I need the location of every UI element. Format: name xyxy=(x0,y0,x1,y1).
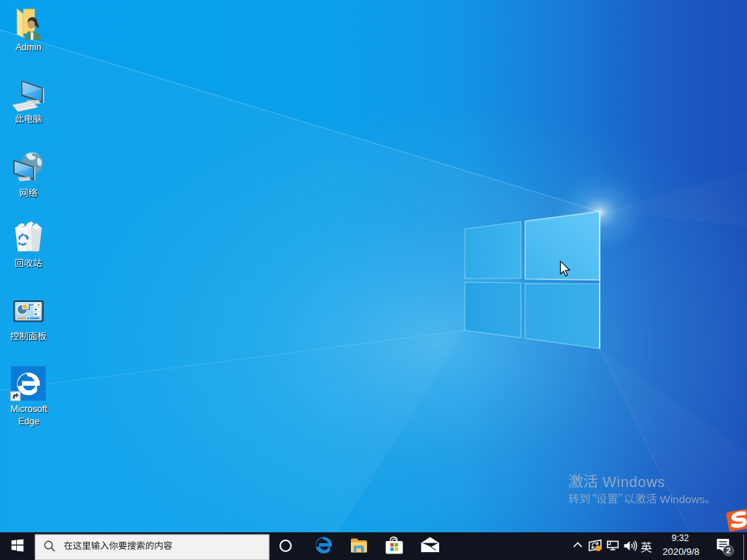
svg-text:Admin: Admin xyxy=(15,42,41,52)
svg-text:Windows: Windows xyxy=(660,493,705,505)
svg-text:2: 2 xyxy=(726,546,730,555)
svg-text:Windows: Windows xyxy=(603,474,665,490)
svg-text:2020/9/8: 2020/9/8 xyxy=(662,546,700,557)
svg-text:Microsoft: Microsoft xyxy=(10,404,47,414)
svg-text:Edge: Edge xyxy=(18,416,39,427)
svg-text:9:32: 9:32 xyxy=(672,533,689,543)
